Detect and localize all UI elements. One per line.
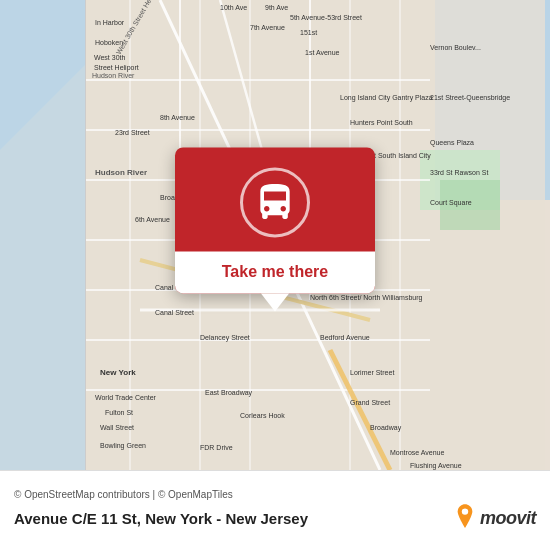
svg-text:Queens Plaza: Queens Plaza (430, 139, 474, 147)
location-text: Avenue C/E 11 St, New York - New Jersey (14, 510, 308, 527)
svg-text:8th Avenue: 8th Avenue (160, 114, 195, 121)
svg-text:Grand Street: Grand Street (350, 399, 390, 406)
bottom-bar: © OpenStreetMap contributors | © OpenMap… (0, 470, 550, 550)
svg-text:Bowling Green: Bowling Green (100, 442, 146, 450)
svg-text:New York: New York (100, 368, 136, 377)
svg-text:West 30th: West 30th (94, 54, 125, 61)
moovit-pin-icon (454, 504, 476, 532)
svg-text:Hudson River: Hudson River (92, 72, 135, 79)
svg-text:Hunters Point South: Hunters Point South (350, 119, 413, 126)
svg-text:Montrose Avenue: Montrose Avenue (390, 449, 444, 456)
svg-text:6th Avenue: 6th Avenue (135, 216, 170, 223)
svg-text:Broadway: Broadway (370, 424, 402, 432)
svg-text:Canal Street: Canal Street (155, 309, 194, 316)
svg-text:Long Island City Gantry Plaza: Long Island City Gantry Plaza (340, 94, 433, 102)
svg-text:In Harbor: In Harbor (95, 19, 125, 26)
svg-text:5th Avenue-53rd Street: 5th Avenue-53rd Street (290, 14, 362, 21)
svg-text:1st Avenue: 1st Avenue (305, 49, 340, 56)
svg-text:Hoboken: Hoboken (95, 39, 123, 46)
svg-text:Corlears Hook: Corlears Hook (240, 412, 285, 419)
svg-text:33rd St Rawson St: 33rd St Rawson St (430, 169, 488, 176)
svg-text:Bedford Avenue: Bedford Avenue (320, 334, 370, 341)
svg-text:Street Heliport: Street Heliport (94, 64, 139, 72)
svg-text:North 6th Street/ North Willia: North 6th Street/ North Williamsburg (310, 294, 423, 302)
svg-text:Fulton St: Fulton St (105, 409, 133, 416)
moovit-logo: moovit (454, 504, 536, 532)
svg-text:East Broadway: East Broadway (205, 389, 253, 397)
svg-text:21st Street-Queensbridge: 21st Street-Queensbridge (430, 94, 510, 102)
svg-text:Vernon Boulev...: Vernon Boulev... (430, 44, 481, 51)
action-card: Take me there (175, 147, 375, 293)
svg-text:Flushing Avenue: Flushing Avenue (410, 462, 462, 470)
svg-point-77 (462, 508, 468, 514)
svg-text:9th Ave: 9th Ave (265, 4, 288, 11)
svg-text:7th Avenue: 7th Avenue (250, 24, 285, 31)
attribution: © OpenStreetMap contributors | © OpenMap… (14, 489, 536, 500)
svg-rect-76 (85, 0, 86, 470)
svg-text:23rd Street: 23rd Street (115, 129, 150, 136)
svg-text:FDR Drive: FDR Drive (200, 444, 233, 451)
svg-text:Lorimer Street: Lorimer Street (350, 369, 394, 376)
location-row: Avenue C/E 11 St, New York - New Jersey … (14, 504, 536, 532)
svg-text:Hudson River: Hudson River (95, 168, 147, 177)
bus-icon-circle (240, 167, 310, 237)
svg-text:10th Ave: 10th Ave (220, 4, 247, 11)
svg-text:World Trade Center: World Trade Center (95, 394, 157, 401)
card-caret (261, 293, 289, 311)
moovit-wordmark: moovit (480, 508, 536, 529)
bus-icon (253, 180, 297, 224)
take-me-there-button[interactable]: Take me there (175, 251, 375, 293)
svg-text:151st: 151st (300, 29, 317, 36)
svg-text:Court Square: Court Square (430, 199, 472, 207)
map-container: Hudson River West 30th Street Heliport H… (0, 0, 550, 470)
svg-text:Delancey Street: Delancey Street (200, 334, 250, 342)
svg-text:Wall Street: Wall Street (100, 424, 134, 431)
